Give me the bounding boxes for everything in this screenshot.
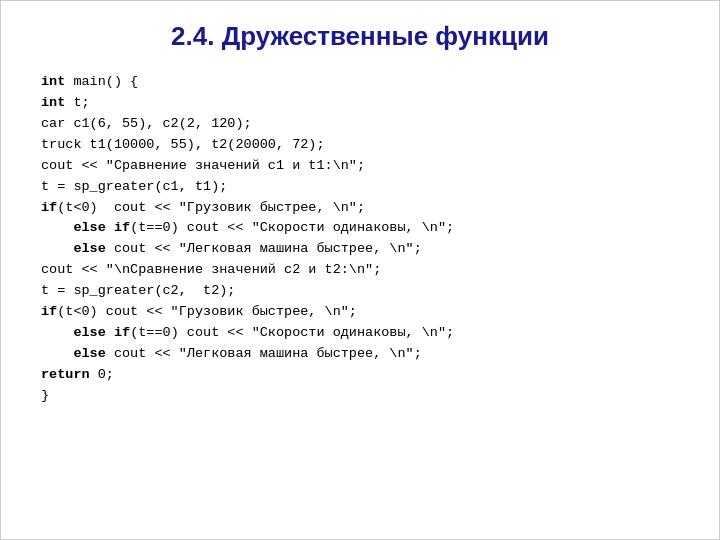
code-text: cout << "\nСравнение значений с2 и t2:\n… bbox=[41, 262, 381, 277]
code-text: cout << "Сравнение значений с1 и t1:\n"; bbox=[41, 158, 365, 173]
code-text: t = sp_greater(c1, t1); bbox=[41, 179, 227, 194]
slide-title: 2.4. Дружественные функции bbox=[41, 21, 679, 52]
keyword: else bbox=[73, 220, 105, 235]
code-text: (t==0) cout << "Скорости одинаковы, \n"; bbox=[130, 325, 454, 340]
keyword: else bbox=[73, 346, 105, 361]
code-line: cout << "Сравнение значений с1 и t1:\n"; bbox=[41, 156, 679, 177]
code-line: else cout << "Легковая машина быстрее, \… bbox=[41, 239, 679, 260]
code-line: if(t<0) cout << "Грузовик быстрее, \n"; bbox=[41, 302, 679, 323]
code-text: (t<0) cout << "Грузовик быстрее, \n"; bbox=[57, 200, 365, 215]
keyword: else bbox=[73, 241, 105, 256]
code-text: } bbox=[41, 388, 49, 403]
code-text: car c1(6, 55), c2(2, 120); bbox=[41, 116, 252, 131]
code-text: truck t1(10000, 55), t2(20000, 72); bbox=[41, 137, 325, 152]
code-line: int main() { bbox=[41, 72, 679, 93]
code-line: t = sp_greater(c1, t1); bbox=[41, 177, 679, 198]
code-line: truck t1(10000, 55), t2(20000, 72); bbox=[41, 135, 679, 156]
code-line: else cout << "Легковая машина быстрее, \… bbox=[41, 344, 679, 365]
code-block: int main() {int t;car c1(6, 55), c2(2, 1… bbox=[41, 72, 679, 407]
code-line: } bbox=[41, 386, 679, 407]
code-text: 0; bbox=[90, 367, 114, 382]
keyword: int bbox=[41, 74, 65, 89]
code-line: int t; bbox=[41, 93, 679, 114]
code-text bbox=[41, 241, 73, 256]
code-text bbox=[41, 325, 73, 340]
code-text: cout << "Легковая машина быстрее, \n"; bbox=[106, 346, 422, 361]
code-text bbox=[41, 220, 73, 235]
code-text: t = sp_greater(c2, t2); bbox=[41, 283, 235, 298]
code-line: t = sp_greater(c2, t2); bbox=[41, 281, 679, 302]
code-text: (t<0) cout << "Грузовик быстрее, \n"; bbox=[57, 304, 357, 319]
keyword: return bbox=[41, 367, 90, 382]
code-line: if(t<0) cout << "Грузовик быстрее, \n"; bbox=[41, 198, 679, 219]
keyword: if bbox=[114, 325, 130, 340]
code-line: return 0; bbox=[41, 365, 679, 386]
code-text: cout << "Легковая машина быстрее, \n"; bbox=[106, 241, 422, 256]
code-text bbox=[41, 346, 73, 361]
code-text: main() { bbox=[65, 74, 138, 89]
code-line: else if(t==0) cout << "Скорости одинаков… bbox=[41, 218, 679, 239]
keyword: if bbox=[114, 220, 130, 235]
code-line: cout << "\nСравнение значений с2 и t2:\n… bbox=[41, 260, 679, 281]
keyword: if bbox=[41, 304, 57, 319]
code-text bbox=[106, 220, 114, 235]
code-line: car c1(6, 55), c2(2, 120); bbox=[41, 114, 679, 135]
keyword: int bbox=[41, 95, 65, 110]
slide-container: 2.4. Дружественные функции int main() {i… bbox=[0, 0, 720, 540]
code-line: else if(t==0) cout << "Скорости одинаков… bbox=[41, 323, 679, 344]
keyword: if bbox=[41, 200, 57, 215]
code-text bbox=[106, 325, 114, 340]
code-text: (t==0) cout << "Скорости одинаковы, \n"; bbox=[130, 220, 454, 235]
code-text: t; bbox=[65, 95, 89, 110]
keyword: else bbox=[73, 325, 105, 340]
